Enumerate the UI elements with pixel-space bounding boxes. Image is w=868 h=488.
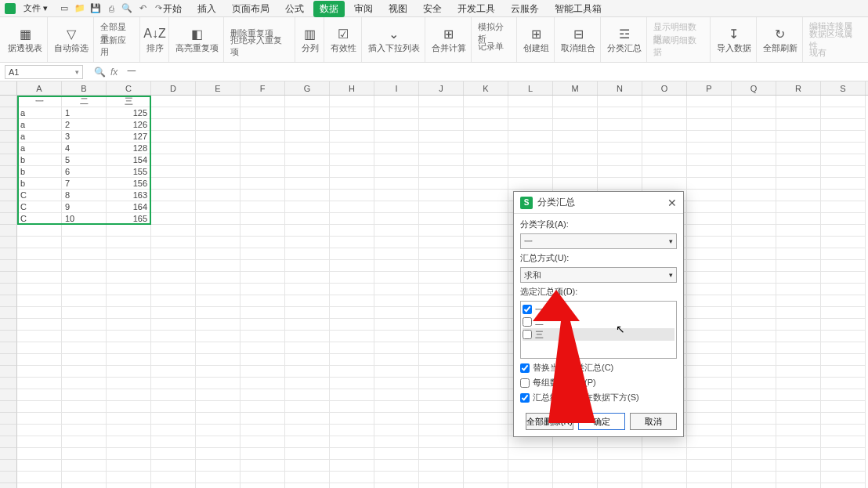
cancel-button[interactable]: 取消 <box>630 413 677 430</box>
cell[interactable] <box>598 448 642 460</box>
cell[interactable] <box>732 260 776 272</box>
cell[interactable] <box>241 342 285 354</box>
cell[interactable] <box>374 331 419 342</box>
cell[interactable] <box>330 272 374 284</box>
cell[interactable] <box>196 213 241 225</box>
cell[interactable] <box>464 248 508 260</box>
cell[interactable] <box>687 319 732 331</box>
cell[interactable] <box>687 354 732 366</box>
cell[interactable] <box>285 201 330 213</box>
ribbon-item-2[interactable]: 全部显示重新应用 <box>96 17 140 62</box>
cell[interactable] <box>62 460 107 472</box>
cell[interactable] <box>330 413 374 425</box>
cell[interactable] <box>285 178 330 190</box>
row-header[interactable] <box>0 96 17 107</box>
cell[interactable] <box>151 107 196 119</box>
cell[interactable] <box>508 448 553 460</box>
row-header[interactable] <box>0 448 17 460</box>
cell[interactable] <box>151 201 196 213</box>
cell[interactable] <box>419 483 464 488</box>
cell[interactable] <box>107 248 151 260</box>
cell[interactable]: a <box>17 131 62 143</box>
cell[interactable] <box>17 448 62 460</box>
cell[interactable] <box>776 284 821 295</box>
cell[interactable] <box>598 460 642 472</box>
cell[interactable] <box>241 96 285 107</box>
cell[interactable] <box>776 413 821 425</box>
cell[interactable] <box>419 107 464 119</box>
cell[interactable] <box>330 237 374 248</box>
cell[interactable] <box>464 425 508 436</box>
cell[interactable] <box>821 389 866 401</box>
cell[interactable] <box>776 213 821 225</box>
cell[interactable] <box>464 331 508 342</box>
cell[interactable]: 156 <box>107 178 151 190</box>
cell[interactable] <box>62 225 107 237</box>
items-listbox[interactable]: 一二三 <box>520 301 677 359</box>
cell[interactable] <box>776 154 821 166</box>
cell[interactable] <box>196 413 241 425</box>
cell[interactable] <box>196 272 241 284</box>
cell[interactable] <box>419 436 464 448</box>
cell[interactable] <box>330 460 374 472</box>
cell[interactable] <box>553 472 598 483</box>
cell[interactable]: 7 <box>62 178 107 190</box>
cell[interactable] <box>776 401 821 413</box>
ribbon-item-16[interactable]: ↻全部刷新 <box>758 17 803 62</box>
cell[interactable] <box>107 401 151 413</box>
cell[interactable] <box>553 107 598 119</box>
col-header[interactable]: D <box>151 81 196 95</box>
cell[interactable] <box>62 448 107 460</box>
cell[interactable] <box>151 213 196 225</box>
cell[interactable]: a <box>17 107 62 119</box>
cell[interactable] <box>776 248 821 260</box>
row-header[interactable] <box>0 284 17 295</box>
col-header[interactable]: H <box>330 81 374 95</box>
cell[interactable] <box>151 178 196 190</box>
row-header[interactable] <box>0 472 17 483</box>
cell[interactable] <box>598 119 642 131</box>
cell[interactable] <box>196 154 241 166</box>
cell[interactable] <box>241 354 285 366</box>
cell[interactable] <box>732 131 776 143</box>
cell[interactable] <box>732 213 776 225</box>
cell[interactable]: 1 <box>62 107 107 119</box>
cell[interactable] <box>732 154 776 166</box>
cell[interactable] <box>821 190 866 201</box>
cell[interactable]: 154 <box>107 154 151 166</box>
cell[interactable] <box>17 248 62 260</box>
opt-below[interactable]: 汇总结果显示在数据下方(S) <box>520 392 677 403</box>
cell[interactable] <box>241 154 285 166</box>
cell[interactable] <box>374 389 419 401</box>
cell[interactable] <box>821 319 866 331</box>
cell[interactable] <box>821 272 866 284</box>
cell[interactable] <box>642 154 687 166</box>
cell[interactable] <box>598 483 642 488</box>
cell[interactable] <box>419 213 464 225</box>
cell[interactable] <box>196 319 241 331</box>
cell[interactable] <box>464 483 508 488</box>
cell[interactable] <box>687 260 732 272</box>
ribbon-item-10[interactable]: 模拟分析记录单 <box>473 17 518 62</box>
cell[interactable] <box>285 119 330 131</box>
cell[interactable] <box>196 143 241 154</box>
cell[interactable] <box>196 96 241 107</box>
cell[interactable] <box>17 413 62 425</box>
cell[interactable] <box>508 119 553 131</box>
cell[interactable] <box>285 260 330 272</box>
col-header[interactable]: L <box>508 81 553 95</box>
cell[interactable] <box>374 295 419 307</box>
cell[interactable] <box>732 178 776 190</box>
cell[interactable] <box>107 366 151 378</box>
cell[interactable] <box>62 284 107 295</box>
cell[interactable] <box>374 401 419 413</box>
cell[interactable] <box>62 401 107 413</box>
cell[interactable] <box>196 260 241 272</box>
cell[interactable]: a <box>17 143 62 154</box>
cell[interactable] <box>285 248 330 260</box>
cell[interactable]: C <box>17 190 62 201</box>
cell[interactable] <box>776 272 821 284</box>
cell[interactable] <box>821 460 866 472</box>
cell[interactable] <box>285 190 330 201</box>
cell[interactable] <box>241 237 285 248</box>
